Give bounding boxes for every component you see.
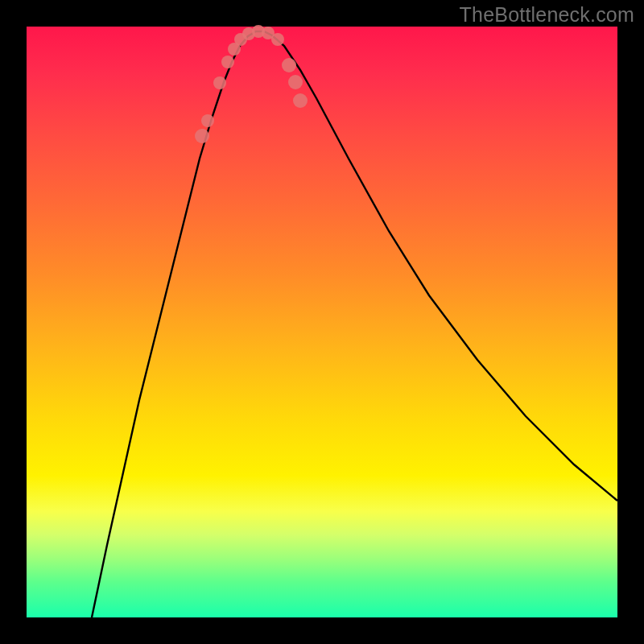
data-marker	[195, 129, 209, 143]
data-marker	[293, 93, 308, 108]
data-marker	[221, 56, 234, 68]
chart-frame: TheBottleneck.com	[0, 0, 644, 644]
bottleneck-curve	[92, 31, 617, 617]
chart-svg	[27, 27, 617, 617]
data-marker	[201, 114, 214, 127]
data-marker	[288, 75, 303, 89]
watermark-text: TheBottleneck.com	[460, 3, 634, 27]
data-marker	[213, 76, 226, 89]
markers-group	[195, 25, 308, 143]
curve-group	[92, 31, 617, 617]
data-marker	[282, 58, 296, 72]
plot-area	[27, 27, 617, 617]
data-marker	[271, 33, 284, 46]
